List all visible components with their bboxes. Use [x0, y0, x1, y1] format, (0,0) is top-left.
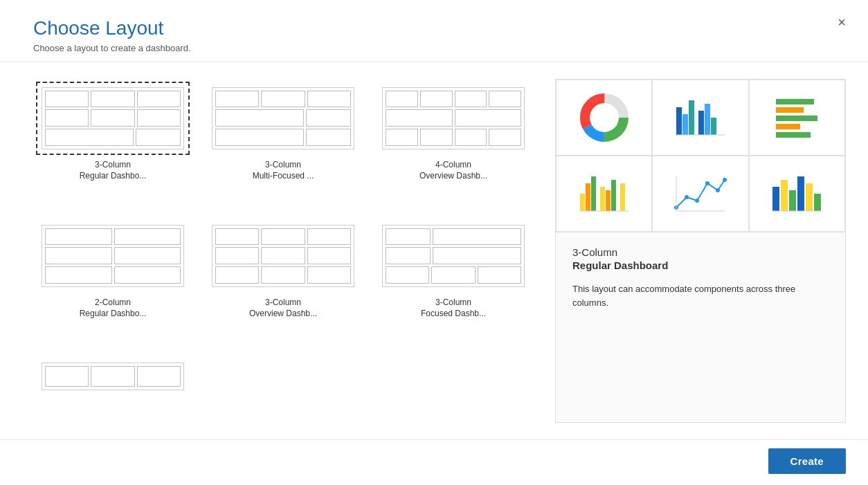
- preview-cell: [136, 129, 181, 146]
- svg-rect-14: [776, 116, 817, 121]
- preview-cell: [386, 247, 431, 264]
- preview-cell: [261, 266, 305, 284]
- svg-point-4: [593, 107, 615, 129]
- preview-cell: [45, 366, 89, 387]
- preview-cell: [386, 109, 453, 127]
- preview-cell: [420, 129, 453, 146]
- chart-cell-hbar: [749, 80, 845, 156]
- preview-cell: [137, 366, 181, 387]
- layout-item-3col-focused[interactable]: 3-ColumnFocused Dashb...: [374, 217, 533, 343]
- preview-cell: [45, 109, 89, 127]
- preview-cell: [489, 129, 521, 146]
- svg-rect-21: [606, 190, 611, 211]
- preview-cell: [306, 129, 351, 146]
- dialog-footer: Create: [0, 439, 868, 485]
- preview-cell: [91, 366, 134, 387]
- bar-chart-svg: [673, 90, 728, 145]
- preview-cell: [114, 266, 181, 284]
- detail-layout-name: Regular Dashboard: [572, 259, 829, 271]
- svg-point-27: [695, 199, 699, 203]
- preview-cell: [261, 91, 305, 108]
- chart-cell-mixed: [749, 156, 845, 232]
- preview-cell: [45, 266, 112, 284]
- preview-cell: [386, 228, 431, 246]
- svg-point-28: [705, 181, 709, 185]
- svg-rect-17: [580, 194, 585, 211]
- svg-rect-22: [611, 180, 616, 211]
- preview-cell: [114, 228, 181, 246]
- preview-cell: [489, 91, 521, 108]
- svg-rect-38: [814, 194, 821, 211]
- preview-cell: [91, 109, 134, 127]
- donut-chart-svg: [577, 90, 632, 145]
- chart-grid: [556, 80, 845, 232]
- detail-description: This layout can accommodate components a…: [572, 282, 829, 311]
- preview-cell: [45, 247, 112, 264]
- layout-label-3col-overview: 3-ColumnOverview Dashb...: [249, 297, 317, 320]
- svg-rect-13: [776, 107, 804, 113]
- dialog-body: 3-ColumnRegular Dashbo...: [0, 62, 868, 439]
- bar2-chart-svg: [577, 166, 632, 221]
- layout-label-4col-overview: 4-ColumnOverview Dashb...: [419, 159, 487, 183]
- layout-label-3col-focused: 3-ColumnFocused Dashb...: [421, 297, 486, 320]
- preview-cell: [433, 228, 521, 246]
- detail-layout-type: 3-Column: [572, 246, 829, 258]
- chart-cell-donut: [556, 80, 652, 156]
- layout-list-container: 3-ColumnRegular Dashbo...: [33, 79, 539, 423]
- svg-rect-19: [591, 176, 596, 211]
- preview-cell: [307, 91, 351, 108]
- preview-cell: [307, 228, 351, 246]
- layout-item-3col-multifocused[interactable]: 3-ColumnMulti-Focused ...: [204, 79, 363, 205]
- svg-rect-36: [797, 176, 804, 211]
- svg-rect-15: [776, 124, 800, 129]
- close-button[interactable]: ×: [832, 12, 851, 32]
- svg-rect-10: [711, 118, 716, 135]
- hbar-chart-svg: [769, 90, 824, 145]
- chart-cell-bar2: [556, 156, 652, 232]
- layout-item-3col-overview[interactable]: 3-ColumnOverview Dashb...: [204, 217, 363, 343]
- layout-item-3col-regular[interactable]: 3-ColumnRegular Dashbo...: [33, 79, 192, 205]
- mixed-chart-svg: [769, 166, 824, 221]
- preview-cell: [433, 247, 521, 264]
- preview-cell: [215, 91, 259, 108]
- detail-panel: 3-Column Regular Dashboard This layout c…: [555, 79, 846, 423]
- svg-rect-16: [776, 132, 811, 138]
- preview-cell: [455, 91, 487, 108]
- preview-cell: [307, 247, 351, 264]
- svg-rect-18: [586, 183, 590, 211]
- preview-cell: [137, 109, 181, 127]
- preview-cell: [215, 228, 259, 246]
- svg-rect-35: [789, 190, 796, 211]
- svg-rect-5: [676, 107, 682, 135]
- layout-item-4col-overview[interactable]: 4-ColumnOverview Dashb...: [374, 79, 533, 205]
- preview-cell: [261, 228, 305, 246]
- layout-item-partial[interactable]: [33, 354, 192, 423]
- svg-rect-8: [698, 111, 704, 135]
- preview-cell: [215, 266, 259, 284]
- layout-label-2col-regular: 2-ColumnRegular Dashbo...: [80, 297, 147, 320]
- svg-rect-7: [689, 100, 694, 135]
- layout-item-2col-regular[interactable]: 2-ColumnRegular Dashbo...: [33, 217, 192, 343]
- svg-point-30: [723, 178, 727, 182]
- preview-cell: [306, 109, 351, 127]
- svg-rect-33: [772, 187, 779, 211]
- preview-cell: [420, 91, 453, 108]
- preview-cell: [114, 247, 181, 264]
- layout-label-3col-multifocused: 3-ColumnMulti-Focused ...: [253, 159, 314, 183]
- preview-cell: [261, 247, 305, 264]
- preview-cell: [137, 91, 181, 108]
- preview-cell: [215, 129, 304, 146]
- preview-cell: [45, 91, 89, 108]
- preview-cell: [455, 109, 522, 127]
- svg-rect-9: [705, 104, 710, 135]
- preview-cell: [431, 266, 475, 284]
- preview-cell: [386, 91, 418, 108]
- create-button[interactable]: Create: [768, 448, 847, 474]
- svg-rect-12: [776, 99, 814, 104]
- choose-layout-dialog: Choose Layout Choose a layout to create …: [0, 0, 868, 485]
- layout-grid: 3-ColumnRegular Dashbo...: [33, 79, 539, 423]
- svg-rect-6: [682, 114, 688, 135]
- preview-cell: [386, 129, 418, 146]
- svg-rect-37: [806, 183, 813, 211]
- detail-info: 3-Column Regular Dashboard This layout c…: [556, 232, 845, 325]
